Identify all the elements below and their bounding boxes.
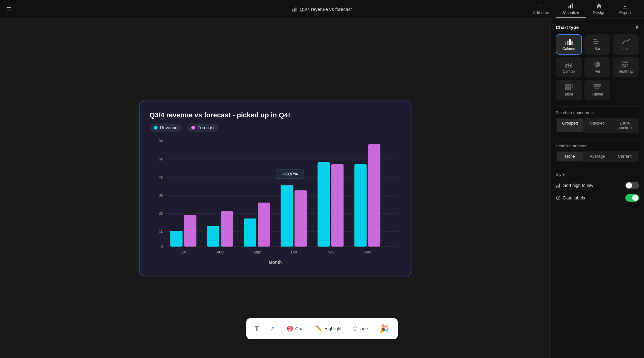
svg-text:5k: 5k bbox=[159, 156, 163, 161]
toolbar-arrow[interactable]: ↗ bbox=[267, 324, 278, 334]
toolbar-goal[interactable]: 🎯 Goal bbox=[284, 324, 307, 333]
svg-rect-47 bbox=[593, 43, 598, 44]
toggle-stacked[interactable]: Stacked bbox=[584, 119, 611, 132]
svg-rect-2 bbox=[295, 7, 296, 12]
data-labels-label: Data labels bbox=[563, 195, 585, 200]
nav-export[interactable]: Export bbox=[612, 0, 638, 18]
text-icon: T bbox=[255, 325, 259, 332]
pie-icon bbox=[593, 61, 602, 68]
sort-toggle-knob bbox=[626, 182, 632, 189]
chart-type-bar[interactable]: Bar bbox=[584, 34, 611, 55]
svg-text:2k: 2k bbox=[159, 211, 163, 215]
svg-rect-20 bbox=[170, 231, 183, 247]
svg-rect-55 bbox=[622, 64, 624, 65]
svg-rect-54 bbox=[627, 61, 628, 63]
svg-text:0: 0 bbox=[161, 244, 163, 248]
legend-dot-revenue bbox=[154, 126, 158, 130]
svg-text:Dec: Dec bbox=[364, 249, 371, 254]
divider-3 bbox=[556, 168, 639, 168]
column-icon bbox=[564, 38, 573, 45]
svg-rect-73 bbox=[594, 86, 600, 87]
toggle-grouped[interactable]: Grouped bbox=[557, 119, 583, 132]
svg-rect-41 bbox=[565, 42, 566, 45]
bar-icon bbox=[593, 38, 602, 45]
chart-type-pie[interactable]: Pie bbox=[584, 57, 611, 77]
svg-rect-3 bbox=[568, 6, 569, 8]
combo-icon bbox=[564, 61, 573, 68]
page-title: Q3/4 revenue vs forecast bbox=[300, 7, 352, 12]
chart-title: Q3/4 revenue vs forecast - picked up in … bbox=[149, 111, 401, 119]
svg-rect-21 bbox=[184, 215, 196, 247]
chart-type-funnel[interactable]: Funnel bbox=[584, 80, 611, 100]
svg-rect-26 bbox=[244, 218, 256, 247]
bar-appearance-section: Bar chart appearance Grouped Stacked 100… bbox=[556, 110, 639, 133]
toolbar-sticker[interactable]: 🎉 bbox=[377, 321, 392, 336]
svg-rect-60 bbox=[627, 66, 628, 67]
data-labels-toggle-switch[interactable] bbox=[625, 194, 639, 202]
chart-type-column[interactable]: Column bbox=[556, 34, 582, 55]
toolbar-highlight[interactable]: ✏️ Highlight bbox=[313, 324, 344, 333]
chart-type-heatmap[interactable]: Heatmap bbox=[613, 57, 639, 77]
goal-icon: 🎯 bbox=[286, 325, 293, 332]
chart-type-line[interactable]: Line bbox=[613, 34, 639, 55]
toolbar-text[interactable]: T bbox=[252, 324, 261, 334]
svg-rect-62 bbox=[567, 84, 569, 86]
svg-text:Nov: Nov bbox=[328, 249, 335, 254]
svg-rect-74 bbox=[595, 88, 599, 89]
chart-type-grid: Column Bar Line bbox=[556, 34, 639, 100]
svg-rect-66 bbox=[567, 86, 569, 88]
svg-text:Aug: Aug bbox=[217, 249, 224, 254]
divider-1 bbox=[556, 106, 639, 107]
toolbar-line[interactable]: ⬡ Line bbox=[350, 324, 370, 333]
data-labels-toggle-knob bbox=[632, 195, 638, 201]
chart-type-table[interactable]: Table bbox=[556, 80, 582, 100]
data-labels-icon bbox=[556, 195, 561, 200]
topbar: ☰ Q3/4 revenue vs forecast Add data Visu… bbox=[0, 0, 644, 19]
chart-svg: 6k 5k 4k 3k 2k 1k 0 Jul Aug bbox=[149, 138, 401, 257]
svg-text:Sept: Sept bbox=[253, 249, 262, 254]
toggle-current[interactable]: Current bbox=[611, 152, 638, 161]
svg-text:4k: 4k bbox=[159, 174, 163, 179]
svg-rect-32 bbox=[318, 162, 330, 247]
svg-rect-56 bbox=[624, 64, 626, 65]
menu-icon[interactable]: ☰ bbox=[6, 6, 11, 13]
canvas-area[interactable]: Q3/4 revenue vs forecast - picked up in … bbox=[0, 19, 550, 358]
sticker-icon: 🎉 bbox=[379, 324, 389, 334]
svg-rect-52 bbox=[622, 61, 624, 63]
svg-rect-29 bbox=[281, 185, 293, 247]
sort-toggle-row: Sort high to low bbox=[556, 179, 639, 192]
chart-type-combo[interactable]: Combo bbox=[556, 57, 582, 77]
chart-type-section: Chart type ∧ Column bbox=[556, 24, 639, 100]
toggle-none[interactable]: None bbox=[557, 152, 583, 161]
headline-number-section: Headline number None Average Current bbox=[556, 144, 639, 162]
data-labels-toggle-row: Data labels bbox=[556, 192, 639, 204]
svg-rect-33 bbox=[331, 164, 344, 247]
svg-rect-59 bbox=[624, 66, 626, 67]
svg-rect-24 bbox=[221, 211, 233, 247]
chart-card[interactable]: Q3/4 revenue vs forecast - picked up in … bbox=[139, 101, 411, 276]
collapse-icon[interactable]: ∧ bbox=[635, 24, 639, 31]
highlight-icon: ✏️ bbox=[316, 325, 323, 332]
svg-rect-65 bbox=[565, 86, 567, 88]
sort-row-left: Sort high to low bbox=[556, 183, 593, 188]
topbar-center: Q3/4 revenue vs forecast bbox=[292, 7, 352, 12]
style-section: Style Sort high to low bbox=[556, 172, 639, 204]
toggle-average[interactable]: Average bbox=[584, 152, 611, 161]
chart-type-label: Chart type bbox=[556, 25, 579, 30]
bottom-toolbar: T ↗ 🎯 Goal ✏️ Highlight ⬡ Line 🎉 bbox=[246, 318, 398, 339]
svg-rect-68 bbox=[572, 86, 573, 88]
svg-rect-69 bbox=[565, 88, 567, 90]
nav-visualize[interactable]: Visualize bbox=[556, 0, 586, 18]
sort-toggle-switch[interactable] bbox=[625, 182, 639, 189]
nav-add-data[interactable]: Add data bbox=[526, 0, 556, 18]
svg-rect-71 bbox=[569, 88, 571, 90]
sort-icon bbox=[556, 183, 561, 188]
svg-text:Jul: Jul bbox=[181, 249, 186, 254]
svg-rect-76 bbox=[558, 185, 559, 188]
svg-rect-46 bbox=[593, 41, 599, 42]
nav-design[interactable]: Design bbox=[586, 0, 612, 18]
data-labels-row-left: Data labels bbox=[556, 195, 585, 200]
toggle-100-stacked[interactable]: 100% stacked bbox=[611, 119, 638, 132]
right-panel: Chart type ∧ Column bbox=[550, 19, 644, 358]
svg-rect-1 bbox=[294, 8, 295, 12]
